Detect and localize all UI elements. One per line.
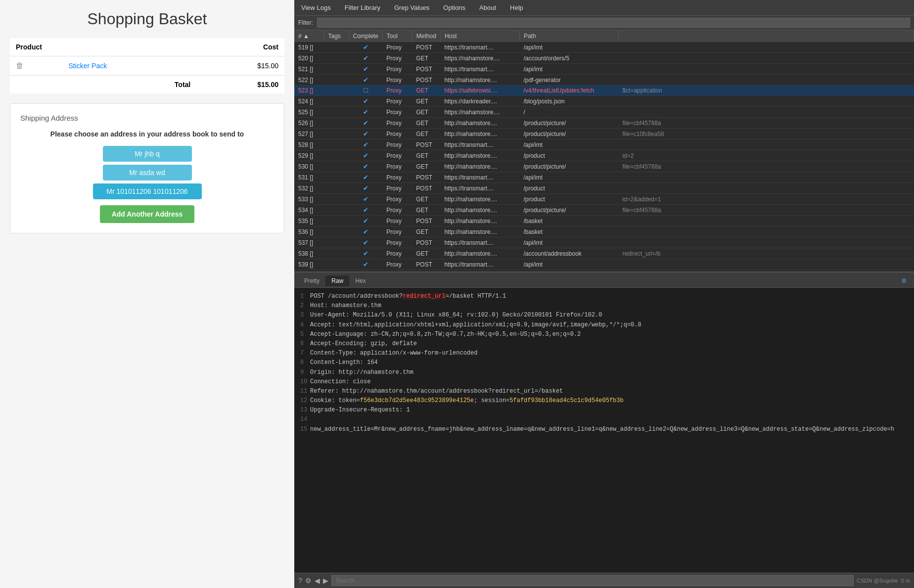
row-method: GET (412, 205, 440, 216)
row-num: 520 [] (294, 53, 324, 64)
search-input[interactable] (331, 575, 854, 586)
product-link[interactable]: Sticker Pack (68, 62, 107, 70)
detail-line: 11Referer: http://nahamstore.thm/account… (300, 387, 908, 396)
row-extra (618, 216, 914, 226)
row-host: http://nahamstore.... (440, 248, 519, 259)
back-icon[interactable]: ◀ (315, 577, 320, 585)
table-row[interactable]: 536 [] ✔ Proxy GET http://nahamstore....… (294, 226, 914, 237)
menu-item-view-logs[interactable]: View Logs (294, 0, 338, 15)
table-row[interactable]: 526 [] ✔ Proxy GET http://nahamstore....… (294, 118, 914, 129)
row-tags (324, 75, 349, 86)
detail-line: 9Origin: http://nahamstore.thm (300, 368, 908, 377)
row-tool: Proxy (382, 53, 412, 64)
table-row[interactable]: 539 [] ✔ Proxy POST https://transmart...… (294, 259, 914, 270)
add-address-button[interactable]: Add Another Address (100, 205, 195, 223)
table-row[interactable]: 531 [] ✔ Proxy POST https://transmart...… (294, 172, 914, 183)
proxy-table: # ▲ Tags Complete Tool Method Host Path … (294, 30, 914, 272)
menu-item-about[interactable]: About (472, 0, 503, 15)
row-method: GET (412, 161, 440, 172)
forward-icon[interactable]: ▶ (323, 577, 328, 585)
menu-item-grep-values[interactable]: Grep Values (387, 0, 436, 15)
address-button[interactable]: Mr jhb q (103, 146, 192, 162)
menu-item-filter-library[interactable]: Filter Library (338, 0, 387, 15)
table-row[interactable]: 523 [] ☐ Proxy GET https://safebrowsi...… (294, 86, 914, 96)
row-tags (324, 216, 349, 226)
address-button[interactable]: Mr 101011206 101011206 (93, 183, 202, 199)
table-row[interactable]: 528 [] ✔ Proxy POST https://transmart...… (294, 139, 914, 150)
row-extra (618, 172, 914, 183)
row-host: https://transmart.... (440, 183, 519, 194)
row-tool: Proxy (382, 205, 412, 216)
table-row[interactable]: 535 [] ✔ Proxy POST http://nahamstore...… (294, 216, 914, 226)
row-complete: ✔ (349, 53, 382, 64)
row-method: POST (412, 42, 440, 53)
detail-line: 8Content-Length: 164 (300, 358, 908, 367)
row-method: GET (412, 53, 440, 64)
detail-tab-raw[interactable]: Raw (325, 275, 349, 286)
address-button[interactable]: Mr asda wd (103, 165, 192, 181)
detail-tab-right-icon[interactable]: ≡ (898, 274, 910, 287)
proxy-table-container[interactable]: # ▲ Tags Complete Tool Method Host Path … (294, 30, 914, 272)
menu-item-options[interactable]: Options (436, 0, 472, 15)
row-complete: ✔ (349, 75, 382, 86)
row-method: POST (412, 75, 440, 86)
table-row[interactable]: 519 [] ✔ Proxy POST https://transmart...… (294, 42, 914, 53)
row-host: https://transmart.... (440, 172, 519, 183)
table-row[interactable]: 525 [] ✔ Proxy GET https://nahamstore...… (294, 107, 914, 118)
row-tags (324, 237, 349, 248)
menu-item-help[interactable]: Help (503, 0, 530, 15)
settings-icon[interactable]: ⚙ (305, 577, 312, 585)
cost-col-header: Cost (196, 38, 284, 56)
row-complete: ✔ (349, 161, 382, 172)
row-complete: ✔ (349, 107, 382, 118)
detail-tab-pretty[interactable]: Pretty (298, 275, 325, 286)
left-panel: Shopping Basket Product Cost 🗑 Sticker P… (0, 0, 294, 588)
row-extra: $ct=application (618, 86, 914, 96)
table-row[interactable]: 522 [] ✔ Proxy POST http://nahamstore...… (294, 75, 914, 86)
row-host: http://nahamstore.... (440, 194, 519, 205)
table-row[interactable]: 534 [] ✔ Proxy GET http://nahamstore....… (294, 205, 914, 216)
row-tool: Proxy (382, 248, 412, 259)
table-row[interactable]: 524 [] ✔ Proxy GET https://darkreader...… (294, 96, 914, 107)
help-icon[interactable]: ? (298, 577, 302, 585)
row-tool: Proxy (382, 216, 412, 226)
table-row[interactable]: 529 [] ✔ Proxy GET http://nahamstore....… (294, 150, 914, 161)
row-extra (618, 259, 914, 270)
table-row[interactable]: 520 [] ✔ Proxy GET https://nahamstore...… (294, 53, 914, 64)
table-row[interactable]: 532 [] ✔ Proxy POST https://transmart...… (294, 183, 914, 194)
row-tags (324, 118, 349, 129)
row-tags (324, 259, 349, 270)
table-row[interactable]: 521 [] ✔ Proxy POST https://transmart...… (294, 64, 914, 75)
row-num: 522 [] (294, 75, 324, 86)
row-complete: ✔ (349, 248, 382, 259)
detail-tab-hex[interactable]: Hex (349, 275, 371, 286)
col-header-extra (618, 30, 914, 42)
basket-table: Product Cost 🗑 Sticker Pack $15.00 Total… (10, 38, 284, 93)
row-tags (324, 161, 349, 172)
row-tool: Proxy (382, 129, 412, 139)
row-tool: Proxy (382, 107, 412, 118)
row-num: 536 [] (294, 226, 324, 237)
table-row[interactable]: 530 [] ✔ Proxy GET http://nahamstore....… (294, 161, 914, 172)
trash-icon[interactable]: 🗑 (16, 61, 24, 70)
detail-line: 5Accept-Language: zh-CN,zh;q=0.8,zh-TW;q… (300, 330, 908, 339)
row-num: 535 [] (294, 216, 324, 226)
detail-content[interactable]: 1POST /account/addressbook?redirect_url=… (294, 288, 914, 573)
table-row[interactable]: 537 [] ✔ Proxy POST https://transmart...… (294, 237, 914, 248)
row-num: 519 [] (294, 42, 324, 53)
row-tags (324, 64, 349, 75)
row-method: GET (412, 150, 440, 161)
row-num: 532 [] (294, 183, 324, 194)
row-host: http://nahamstore.... (440, 75, 519, 86)
row-complete: ✔ (349, 183, 382, 194)
row-path: /product (519, 194, 618, 205)
row-tags (324, 96, 349, 107)
row-tool: Proxy (382, 226, 412, 237)
table-row[interactable]: 538 [] ✔ Proxy GET http://nahamstore....… (294, 248, 914, 259)
filter-input[interactable] (317, 18, 910, 28)
row-tool: Proxy (382, 42, 412, 53)
table-row[interactable]: 527 [] ✔ Proxy GET http://nahamstore....… (294, 129, 914, 139)
row-host: http://nahamstore.... (440, 205, 519, 216)
table-row[interactable]: 533 [] ✔ Proxy GET http://nahamstore....… (294, 194, 914, 205)
delete-cell[interactable]: 🗑 (10, 56, 62, 76)
